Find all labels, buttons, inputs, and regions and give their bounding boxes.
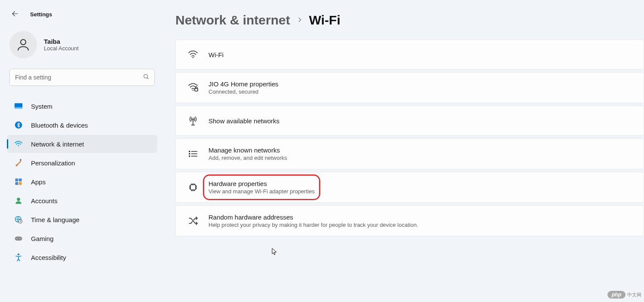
sidebar-item-bluetooth[interactable]: Bluetooth & devices	[7, 116, 157, 134]
svg-point-26	[189, 153, 190, 154]
card-sub: View and manage Wi-Fi adapter properties	[209, 188, 315, 195]
accessibility-icon	[14, 253, 23, 262]
network-properties-card[interactable]: JIO 4G Home properties Connected, secure…	[175, 72, 644, 103]
card-sub: Help protect your privacy by making it h…	[209, 222, 418, 228]
svg-rect-10	[19, 179, 22, 182]
back-button[interactable]	[9, 9, 21, 20]
sidebar-item-label: Gaming	[31, 235, 54, 242]
accounts-icon	[14, 196, 23, 205]
sidebar-item-label: Apps	[31, 178, 46, 186]
sidebar-item-personalization[interactable]: Personalization	[7, 154, 157, 172]
bluetooth-icon	[14, 120, 23, 130]
sidebar-item-apps[interactable]: Apps	[7, 173, 157, 191]
svg-point-21	[193, 90, 193, 91]
sidebar-item-accessibility[interactable]: Accessibility	[7, 248, 157, 266]
sidebar-item-label: Time & language	[31, 216, 80, 223]
gaming-icon	[14, 234, 23, 243]
app-title: Settings	[30, 11, 52, 18]
svg-point-18	[19, 238, 20, 239]
sidebar-item-time-language[interactable]: Time & language	[7, 210, 157, 229]
shuffle-icon	[185, 217, 201, 225]
chevron-right-icon	[296, 16, 303, 24]
sidebar-item-label: Network & internet	[31, 140, 84, 148]
svg-rect-16	[15, 237, 22, 241]
svg-point-1	[21, 40, 26, 45]
chip-icon	[185, 182, 201, 192]
antenna-icon	[185, 116, 201, 126]
svg-rect-30	[190, 185, 196, 190]
svg-rect-22	[195, 88, 198, 91]
available-networks-card[interactable]: Show available networks	[175, 106, 644, 136]
sidebar-item-label: Personalization	[31, 159, 75, 167]
globe-clock-icon	[14, 215, 23, 224]
php-logo-icon: php	[607, 291, 626, 299]
card-sub: Add, remove, and edit networks	[209, 155, 287, 161]
card-title: JIO 4G Home properties	[209, 80, 279, 88]
breadcrumb-current: Wi-Fi	[309, 13, 340, 27]
card-title: Show available networks	[209, 117, 279, 125]
svg-point-24	[189, 151, 190, 152]
sidebar-item-label: Accessibility	[31, 254, 66, 261]
hardware-properties-card[interactable]: Hardware properties View and manage Wi-F…	[175, 172, 644, 203]
wifi-card[interactable]: Wi-Fi	[175, 40, 644, 70]
brush-icon	[14, 158, 23, 168]
breadcrumb: Network & internet Wi-Fi	[175, 13, 644, 27]
svg-point-7	[18, 145, 19, 146]
nav-list: System Bluetooth & devices Network & int…	[7, 97, 157, 266]
sidebar-item-label: System	[31, 103, 52, 110]
card-title: Wi-Fi	[209, 51, 224, 58]
svg-rect-12	[19, 182, 22, 185]
watermark-text: 中文网	[627, 292, 641, 298]
sidebar-item-label: Bluetooth & devices	[31, 122, 88, 129]
sidebar-item-gaming[interactable]: Gaming	[7, 229, 157, 247]
card-title: Manage known networks	[209, 146, 287, 154]
svg-point-20	[193, 57, 193, 58]
apps-icon	[14, 177, 23, 186]
profile-name: Taiba	[44, 38, 79, 45]
profile-sub: Local Account	[44, 45, 79, 52]
watermark: php 中文网	[607, 291, 641, 299]
svg-point-13	[17, 198, 20, 201]
svg-rect-5	[15, 107, 22, 109]
sidebar-item-label: Accounts	[31, 197, 58, 204]
card-title: Random hardware addresses	[209, 214, 418, 221]
svg-point-28	[189, 156, 190, 157]
sidebar-item-system[interactable]: System	[7, 97, 157, 115]
breadcrumb-parent[interactable]: Network & internet	[175, 13, 290, 27]
user-profile[interactable]: Taiba Local Account	[9, 31, 157, 58]
svg-point-17	[17, 238, 18, 239]
wifi-icon	[14, 139, 23, 149]
search-input[interactable]	[9, 69, 155, 86]
random-hw-addresses-card[interactable]: Random hardware addresses Help protect y…	[175, 205, 644, 236]
svg-rect-11	[15, 182, 18, 185]
list-icon	[185, 150, 201, 158]
back-arrow-icon	[11, 10, 19, 19]
card-title: Hardware properties	[209, 180, 315, 187]
sidebar-item-network[interactable]: Network & internet	[7, 135, 157, 153]
wifi-icon	[185, 50, 201, 59]
svg-point-19	[18, 253, 20, 256]
system-icon	[14, 101, 23, 111]
avatar	[9, 31, 37, 58]
svg-rect-8	[20, 159, 22, 161]
manage-known-networks-card[interactable]: Manage known networks Add, remove, and e…	[175, 138, 644, 169]
sidebar-item-accounts[interactable]: Accounts	[7, 192, 157, 210]
svg-rect-9	[15, 179, 18, 182]
wifi-secured-icon	[185, 83, 201, 92]
card-sub: Connected, secured	[209, 88, 279, 95]
